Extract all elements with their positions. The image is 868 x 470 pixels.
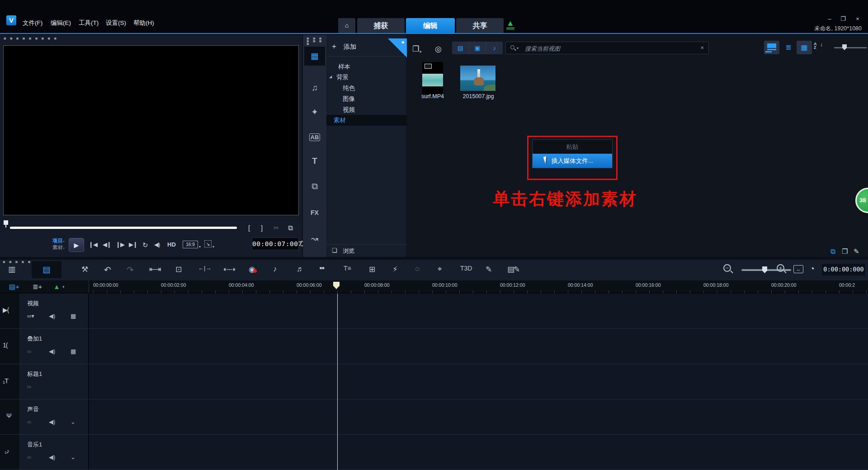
expand-icon[interactable]: ◢ — [329, 75, 332, 79]
restore-button[interactable]: ❐ — [838, 15, 848, 23]
title-3d-button[interactable]: T3D — [460, 265, 472, 272]
overlay-track-icon[interactable]: 1( — [0, 329, 20, 364]
menu-tools[interactable]: 工具(T) — [79, 19, 99, 27]
search-input[interactable]: ▾ 搜索当前视图 × — [505, 42, 709, 54]
upload-icon[interactable]: ▲ — [506, 19, 514, 30]
subtitle-editor-button[interactable]: T≡ — [344, 265, 351, 272]
notification-badge[interactable]: 38 — [855, 188, 868, 213]
mix-tools-button[interactable]: ⚒ — [81, 265, 88, 274]
context-item-paste[interactable]: 粘贴 — [533, 140, 612, 154]
time-ruler[interactable]: 00:00:00:00 00:00:02:00 00:00:04:00 00:0… — [89, 280, 868, 293]
quick-edit-icon[interactable]: ✎ — [854, 247, 859, 256]
add-folder-row[interactable]: + 添加 ✦ — [326, 38, 407, 57]
media-item-video[interactable] — [422, 62, 443, 95]
audio-mixer-button[interactable]: ♪ — [273, 265, 277, 274]
nav-item-samples[interactable]: 样本 — [338, 63, 350, 71]
zoom-in-button[interactable]: + — [777, 264, 784, 272]
minimize-button[interactable]: – — [825, 15, 835, 23]
link-icon[interactable]: ∞▾ — [27, 313, 34, 319]
playhead-line[interactable] — [337, 294, 338, 470]
nav-item-solid[interactable]: 纯色 — [343, 84, 355, 92]
speaker-icon[interactable]: ◀) — [49, 454, 55, 461]
trim-clip-button[interactable]: ⇠⇢ — [223, 265, 235, 274]
pin-panel-corner[interactable]: ✦ — [388, 38, 407, 57]
enlarge-preview-icon[interactable]: ⧉ — [288, 224, 293, 232]
nav-item-image[interactable]: 图像 — [343, 95, 355, 103]
speaker-icon[interactable]: ◀) — [49, 418, 55, 425]
track-lane[interactable] — [89, 329, 868, 364]
mark-in-icon[interactable]: [ — [248, 224, 250, 232]
split-clip-button[interactable]: ←|→ — [198, 265, 211, 271]
category-overlay-icon[interactable]: ⧉ — [304, 177, 325, 196]
menu-settings[interactable]: 设置(S) — [106, 19, 126, 27]
speed-button[interactable]: ●● — [319, 265, 324, 271]
track-header[interactable]: 音乐1 ∞ ◀) ⌄ — [20, 435, 89, 470]
fit-project-button[interactable]: ⇤⇥ — [149, 265, 160, 274]
search-caret-icon[interactable]: ▾ — [517, 46, 519, 50]
media-item-image[interactable] — [460, 66, 495, 91]
trim-start-marker[interactable] — [4, 220, 8, 225]
checker-icon[interactable]: ▩ — [71, 313, 76, 319]
music-track-icon[interactable]: ₁♪ — [0, 435, 20, 470]
library-panel-icon[interactable]: ⧉ — [830, 247, 835, 256]
speaker-icon[interactable]: ◀) — [49, 313, 55, 319]
link-icon[interactable]: ∞ — [27, 454, 31, 461]
zoom-out-button[interactable]: − — [723, 264, 731, 272]
mode-project[interactable]: 项目- — [52, 237, 65, 244]
track-lane[interactable] — [89, 294, 868, 328]
view-list-button[interactable]: ≣ — [781, 41, 796, 54]
tab-capture[interactable]: 捕获 — [357, 18, 405, 33]
add-track-icon[interactable]: ≣+ — [33, 283, 42, 291]
options-panel-icon[interactable]: ❐ — [842, 247, 848, 256]
chevron-icon[interactable]: ⌄ — [71, 454, 75, 461]
link-icon[interactable]: ∞ — [27, 348, 31, 355]
filter-audio-button[interactable]: ♪ — [486, 42, 503, 54]
aspect-ratio-select[interactable]: 16:9 — [183, 241, 198, 248]
menu-help[interactable]: 帮助(H) — [133, 19, 154, 27]
volume-icon[interactable]: ◀) — [154, 241, 160, 248]
category-instant-project-icon[interactable]: ✦ — [304, 103, 325, 122]
checker-icon[interactable]: ▩ — [71, 348, 76, 355]
track-lane[interactable] — [89, 399, 868, 434]
browse-bar[interactable]: ❏ 浏览 — [326, 244, 407, 257]
panel-drag-handle[interactable]: ■ ■ ■ ■ ■ ■ ■ ■ ■ — [4, 37, 58, 40]
search-clear-icon[interactable]: × — [700, 44, 704, 51]
link-icon[interactable]: ∞ — [27, 383, 31, 390]
track-lane[interactable] — [89, 364, 868, 399]
sketch-button[interactable]: ✎ — [486, 265, 492, 274]
category-filter-icon[interactable]: FX — [304, 203, 325, 222]
timeline-view-button[interactable]: ▤ — [32, 261, 61, 278]
speaker-icon[interactable]: ◀) — [49, 348, 55, 355]
ripple-edit-icon[interactable]: ▲ — [53, 283, 60, 290]
storyboard-view-button[interactable]: ▥ — [8, 265, 15, 274]
timeline-timecode[interactable]: 0:00:00:000 — [822, 264, 865, 275]
title-track-icon[interactable]: ₁T — [0, 364, 20, 399]
menu-edit[interactable]: 编辑(E) — [51, 19, 71, 27]
redo-button[interactable]: ↷ — [127, 265, 134, 275]
preview-timecode[interactable]: 00:00:07:007 — [252, 237, 299, 250]
context-item-insert-media[interactable]: 插入媒体文件... — [533, 154, 612, 168]
mark-out-icon[interactable]: ] — [261, 224, 263, 232]
selection-mode-icon[interactable]: ↘ — [204, 240, 212, 247]
track-lane[interactable] — [89, 435, 868, 470]
playhead-marker[interactable] — [333, 282, 340, 289]
chroma-record-button[interactable]: ◉ — [249, 265, 255, 274]
hd-toggle[interactable]: HD — [167, 241, 176, 248]
track-manager-icon[interactable]: ▤+ — [9, 283, 19, 291]
mask-creator-button[interactable]: ◌ — [415, 265, 420, 274]
tab-share[interactable]: 共享 — [456, 18, 504, 33]
nav-item-background[interactable]: 背景 — [336, 73, 349, 81]
duration-clock-icon[interactable]: ◔ — [810, 264, 815, 274]
thumbnail-size-slider[interactable] — [834, 47, 867, 48]
view-thumbnail-button[interactable]: ▦ — [797, 41, 812, 54]
selection-caret-icon[interactable]: ▾ — [212, 245, 214, 249]
view-detail-button[interactable] — [764, 41, 779, 54]
voice-track-icon[interactable]: Ψ — [0, 399, 20, 434]
track-header[interactable]: 标题1 ∞ — [20, 364, 89, 399]
repeat-button[interactable]: ↻ — [142, 241, 148, 249]
category-audio-icon[interactable]: ♫ — [304, 78, 325, 97]
split-scissors-icon[interactable]: ✂ — [274, 224, 279, 232]
painting-creator-button[interactable]: ▤✎ — [507, 265, 519, 274]
capture-icon[interactable]: ◎ — [435, 44, 442, 54]
tab-edit[interactable]: 编辑 — [406, 18, 455, 33]
